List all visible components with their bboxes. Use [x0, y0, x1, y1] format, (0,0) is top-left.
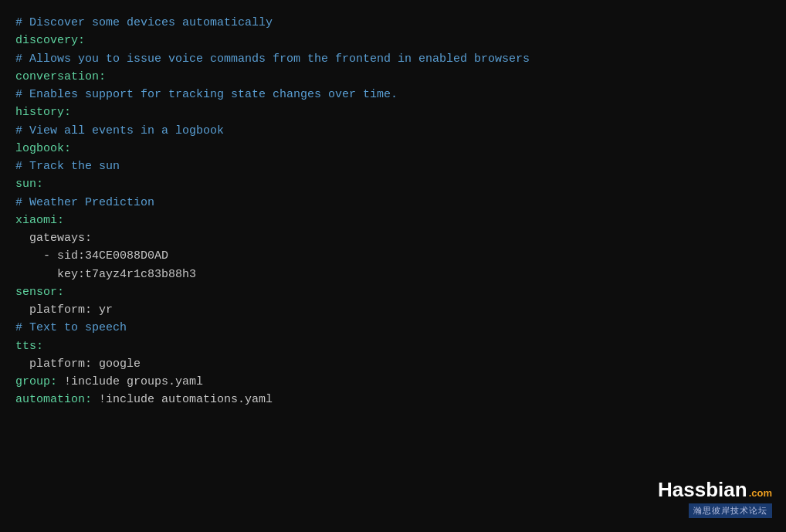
- code-line: logbook:: [15, 140, 771, 158]
- code-line: discovery:: [15, 32, 771, 49]
- code-line: sun:: [15, 175, 771, 193]
- code-line: group: !include groups.yaml: [15, 373, 771, 391]
- code-line: gateways:: [15, 229, 771, 247]
- code-line: automation: !include automations.yaml: [15, 391, 771, 408]
- brand-name: Hassbian: [658, 478, 747, 502]
- code-line: # Enables support for tracking state cha…: [15, 86, 771, 103]
- brand-watermark: Hassbian .com 瀚思彼岸技术论坛: [658, 478, 772, 518]
- code-line: history:: [15, 103, 771, 121]
- code-block: # Discover some devices automaticallydis…: [0, 0, 786, 423]
- code-line: # Weather Prediction: [15, 194, 771, 212]
- code-line: conversation:: [15, 68, 771, 86]
- code-line: xiaomi:: [15, 212, 771, 229]
- code-line: # Allows you to issue voice commands fro…: [15, 50, 771, 68]
- code-line: sensor:: [15, 283, 771, 301]
- code-line: # Discover some devices automatically: [15, 14, 771, 32]
- code-line: platform: yr: [15, 301, 771, 319]
- code-line: - sid:34CE0088D0AD: [15, 247, 771, 265]
- code-line: platform: google: [15, 355, 771, 373]
- code-line: tts:: [15, 337, 771, 355]
- code-line: # Text to speech: [15, 319, 771, 337]
- code-line: # Track the sun: [15, 158, 771, 175]
- brand-subtitle: 瀚思彼岸技术论坛: [689, 503, 772, 518]
- code-line: # View all events in a logbook: [15, 122, 771, 140]
- brand-com: .com: [749, 487, 772, 499]
- code-line: key:t7ayz4r1c83b88h3: [15, 266, 771, 283]
